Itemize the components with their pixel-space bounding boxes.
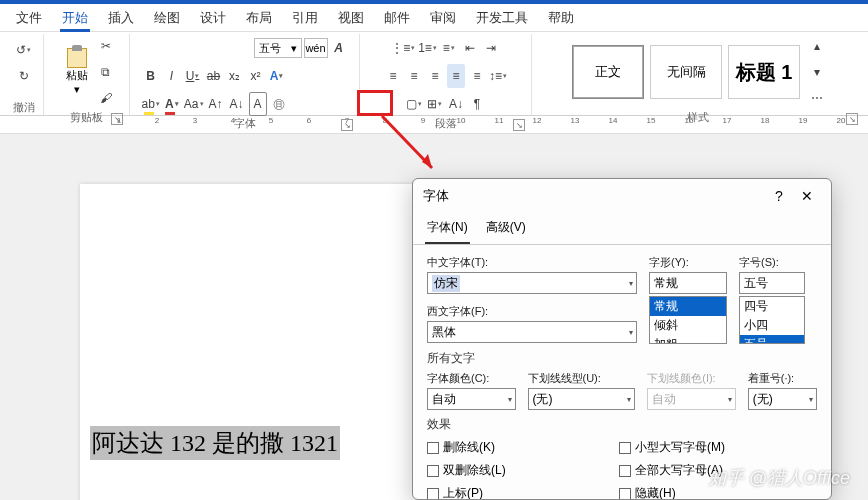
multilevel-button[interactable]: ≡▾: [440, 36, 458, 60]
size-option-0[interactable]: 四号: [740, 297, 804, 316]
redo-button[interactable]: ↻: [15, 64, 33, 88]
align-left-button[interactable]: ≡: [384, 64, 402, 88]
copy-button[interactable]: ⧉: [97, 60, 115, 84]
selected-text[interactable]: 阿达达 132 是的撒 1321: [90, 426, 340, 460]
clipboard-launcher[interactable]: ↘: [111, 113, 123, 125]
strike-button[interactable]: ab: [205, 64, 223, 88]
chk-dblstrike[interactable]: 双删除线(L): [427, 462, 607, 479]
font-size-combo[interactable]: 五号▾: [254, 38, 302, 58]
menu-tab-1[interactable]: 开始: [52, 4, 98, 31]
dialog-title: 字体: [423, 187, 449, 205]
undo-button[interactable]: ↺▾: [15, 38, 33, 62]
shading-button[interactable]: ▢▾: [405, 92, 423, 116]
paste-button[interactable]: 粘贴 ▾: [59, 48, 95, 96]
emphasis-combo[interactable]: (无)▾: [748, 388, 817, 410]
char-border-button[interactable]: A: [249, 92, 267, 116]
style-label: 字形(Y):: [649, 255, 727, 270]
superscript-button[interactable]: x²: [247, 64, 265, 88]
size-option-2[interactable]: 五号: [740, 335, 804, 344]
menu-tab-11[interactable]: 帮助: [538, 4, 584, 31]
style-normal[interactable]: 正文: [572, 45, 644, 99]
style-nospacing[interactable]: 无间隔: [650, 45, 722, 99]
text-effects-button[interactable]: A▾: [268, 64, 286, 88]
chk-smallcaps[interactable]: 小型大写字母(M): [619, 439, 725, 456]
underline-button[interactable]: U▾: [184, 64, 202, 88]
size-label: 字号(S):: [739, 255, 805, 270]
underline-type-label: 下划线线型(U):: [528, 371, 636, 386]
menu-tab-4[interactable]: 设计: [190, 4, 236, 31]
styles-down[interactable]: ▾: [808, 60, 826, 84]
italic-button[interactable]: I: [163, 64, 181, 88]
paste-icon: [67, 48, 87, 68]
menu-tab-8[interactable]: 邮件: [374, 4, 420, 31]
chk-strike[interactable]: 删除线(K): [427, 439, 607, 456]
grow-font-button[interactable]: A↑: [207, 92, 225, 116]
enclosed-char-button[interactable]: ㊐: [270, 92, 288, 116]
styles-more[interactable]: ⋯: [808, 86, 826, 110]
paragraph-launcher[interactable]: ↘: [513, 119, 525, 131]
clear-format-button[interactable]: A: [330, 36, 348, 60]
dialog-close-button[interactable]: ✕: [793, 188, 821, 204]
indent-left-button[interactable]: ⇤: [461, 36, 479, 60]
line-spacing-button[interactable]: ↕≡▾: [489, 64, 507, 88]
size-option-1[interactable]: 小四: [740, 316, 804, 335]
borders-button[interactable]: ⊞▾: [426, 92, 444, 116]
chinese-font-combo[interactable]: 仿宋▾: [427, 272, 637, 294]
font-color-button[interactable]: A▾: [163, 92, 181, 116]
align-center-button[interactable]: ≡: [405, 64, 423, 88]
ribbon: ↺▾ ↻ 撤消 粘贴 ▾ ✂ ⧉ 🖌 剪贴板↘: [0, 32, 868, 116]
western-font-combo[interactable]: 黑体▾: [427, 321, 637, 343]
chk-hidden[interactable]: 隐藏(H): [619, 485, 725, 500]
size-listbox[interactable]: 四号 小四 五号: [739, 296, 805, 344]
styles-up[interactable]: ▴: [808, 34, 826, 58]
menu-tab-2[interactable]: 插入: [98, 4, 144, 31]
align-justify-button[interactable]: ≡: [447, 64, 465, 88]
style-input[interactable]: 常规: [649, 272, 727, 294]
bold-button[interactable]: B: [142, 64, 160, 88]
chinese-font-label: 中文字体(T):: [427, 255, 637, 270]
underline-color-combo: 自动▾: [647, 388, 736, 410]
sort-button[interactable]: A↓: [447, 92, 465, 116]
indent-right-button[interactable]: ⇥: [482, 36, 500, 60]
highlight-button[interactable]: ab▾: [142, 92, 160, 116]
chk-allcaps[interactable]: 全部大写字母(A): [619, 462, 725, 479]
menu-bar: 文件开始插入绘图设计布局引用视图邮件审阅开发工具帮助: [0, 4, 868, 32]
show-marks-button[interactable]: ¶: [468, 92, 486, 116]
numbering-button[interactable]: 1≡▾: [418, 36, 437, 60]
menu-tab-5[interactable]: 布局: [236, 4, 282, 31]
char-shading-button[interactable]: Aa▾: [184, 92, 204, 116]
size-input[interactable]: 五号: [739, 272, 805, 294]
style-option-bold[interactable]: 加粗: [650, 335, 726, 344]
menu-tab-7[interactable]: 视图: [328, 4, 374, 31]
menu-tab-6[interactable]: 引用: [282, 4, 328, 31]
font-group-label: 字体: [234, 116, 256, 131]
chk-super[interactable]: 上标(P): [427, 485, 607, 500]
style-listbox[interactable]: 常规 倾斜 加粗: [649, 296, 727, 344]
dialog-tab-advanced[interactable]: 高级(V): [484, 213, 528, 244]
menu-tab-9[interactable]: 审阅: [420, 4, 466, 31]
clipboard-label: 剪贴板: [70, 110, 103, 125]
shrink-font-button[interactable]: A↓: [228, 92, 246, 116]
underline-type-combo[interactable]: (无)▾: [528, 388, 636, 410]
menu-tab-0[interactable]: 文件: [6, 4, 52, 31]
menu-tab-3[interactable]: 绘图: [144, 4, 190, 31]
style-option-italic[interactable]: 倾斜: [650, 316, 726, 335]
emphasis-label: 着重号(·):: [748, 371, 817, 386]
font-color-combo[interactable]: 自动▾: [427, 388, 516, 410]
subscript-button[interactable]: x₂: [226, 64, 244, 88]
format-painter-button[interactable]: 🖌: [97, 86, 115, 110]
paragraph-label: 段落: [435, 116, 457, 131]
font-launcher[interactable]: ↘: [341, 119, 353, 131]
styles-launcher[interactable]: ↘: [846, 113, 858, 125]
bullets-button[interactable]: ⋮≡▾: [391, 36, 415, 60]
dialog-tab-font[interactable]: 字体(N): [425, 213, 470, 244]
phonetic-guide-button[interactable]: wén: [304, 38, 328, 58]
font-dialog: 字体 ? ✕ 字体(N) 高级(V) 中文字体(T): 仿宋▾ 西文字体(F):…: [412, 178, 832, 500]
dialog-help-button[interactable]: ?: [765, 188, 793, 204]
cut-button[interactable]: ✂: [97, 34, 115, 58]
menu-tab-10[interactable]: 开发工具: [466, 4, 538, 31]
align-right-button[interactable]: ≡: [426, 64, 444, 88]
align-distribute-button[interactable]: ≡: [468, 64, 486, 88]
style-heading1[interactable]: 标题 1: [728, 45, 800, 99]
style-option-regular[interactable]: 常规: [650, 297, 726, 316]
